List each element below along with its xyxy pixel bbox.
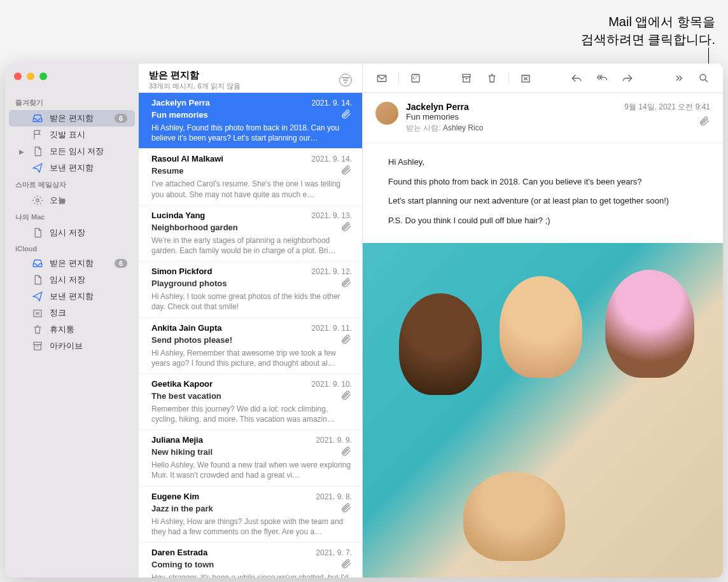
- reply-button[interactable]: [565, 69, 588, 87]
- sidebar-item-label: 보낸 편지함: [50, 162, 127, 174]
- message-sender: Eugene Kim: [151, 492, 199, 501]
- svg-rect-3: [34, 345, 41, 350]
- inbox-icon: [32, 113, 43, 124]
- attachment-icon: [340, 164, 352, 177]
- attachment-icon: [340, 277, 352, 290]
- sidebar-item-label: 임시 저장: [50, 227, 127, 239]
- svg-line-15: [705, 80, 708, 82]
- message-list-header: 받은 편지함 33개의 메시지, 6개 읽지 않음: [139, 64, 362, 93]
- sender-name: Jackelyn Perra: [406, 102, 617, 112]
- attachment-icon: [340, 445, 352, 459]
- search-button[interactable]: [692, 69, 715, 87]
- compose-button[interactable]: [404, 69, 427, 87]
- sidebar-section-header: iCloud: [5, 241, 139, 255]
- body-paragraph: Let's start planning our next adventure …: [388, 193, 697, 209]
- sent-icon: [32, 162, 43, 174]
- sidebar-item[interactable]: 오늘: [9, 192, 135, 209]
- sidebar-item[interactable]: 깃발 표시: [9, 127, 135, 143]
- message-item[interactable]: Daren Estrada2021. 9. 7.Coming to townHe…: [139, 543, 362, 578]
- sidebar-item[interactable]: 받은 편지함6: [9, 110, 135, 127]
- message-preview: Hello Ashley, We found a new trail when …: [151, 460, 352, 480]
- message-item[interactable]: Rasoul Al Malkawi2021. 9. 14.ResumeI've …: [139, 149, 362, 205]
- minimize-button[interactable]: [27, 73, 34, 80]
- message-item[interactable]: Ankita Jain Gupta2021. 9. 11.Send photos…: [139, 318, 362, 374]
- sender-avatar[interactable]: [375, 102, 398, 125]
- sidebar-item[interactable]: 보낸 편지함: [9, 288, 135, 305]
- attachment-icon[interactable]: [624, 115, 710, 128]
- filter-button[interactable]: [339, 74, 352, 87]
- sidebar-item-label: 휴지통: [50, 324, 127, 335]
- message-date: 2021. 9. 7.: [316, 548, 352, 557]
- message-date: 2021. 9. 9.: [316, 436, 352, 445]
- message-subject: Coming to town: [151, 560, 214, 569]
- message-item[interactable]: Eugene Kim2021. 9. 8.Jazz in the parkHi …: [139, 487, 362, 543]
- message-subject: Send photos please!: [151, 335, 232, 345]
- sidebar: 즐겨찾기받은 편지함6깃발 표시▶모든 임시 저장보낸 편지함스마트 메일상자오…: [5, 64, 139, 578]
- message-item[interactable]: Juliana Mejia2021. 9. 9.New hiking trail…: [139, 430, 362, 486]
- message-preview: Hey, stranger. It's been a while since w…: [151, 572, 352, 578]
- close-button[interactable]: [14, 73, 22, 80]
- sidebar-item-label: 임시 저장: [50, 274, 127, 286]
- message-date: 2021. 9. 8.: [316, 492, 352, 501]
- mark-read-button[interactable]: [370, 69, 393, 87]
- junk-button[interactable]: [514, 69, 537, 87]
- maximize-button[interactable]: [39, 73, 47, 80]
- message-item[interactable]: Jackelyn Perra2021. 9. 14.Fun memoriesHi…: [139, 93, 362, 149]
- message-subject: Resume: [151, 166, 184, 176]
- message-subject: Fun memories: [151, 110, 208, 120]
- message-item[interactable]: Geetika Kapoor2021. 9. 10.The best vacat…: [139, 374, 362, 430]
- sidebar-item-label: 모든 임시 저장: [50, 146, 127, 157]
- doc-icon: [32, 227, 43, 239]
- sidebar-item[interactable]: 정크: [9, 305, 135, 321]
- window-titlebar: [5, 64, 47, 89]
- message-header: Jackelyn Perra Fun memories 받는 사람: Ashle…: [363, 93, 723, 143]
- sidebar-section-header: 즐겨찾기: [5, 94, 139, 110]
- message-preview: I've attached Carol's resume. She's the …: [151, 179, 352, 199]
- sidebar-item[interactable]: 받은 편지함6: [9, 255, 135, 272]
- inbox-icon: [32, 258, 43, 269]
- archive-button[interactable]: [455, 69, 478, 87]
- message-subject: Neighborhood garden: [151, 223, 238, 232]
- message-list[interactable]: Jackelyn Perra2021. 9. 14.Fun memoriesHi…: [139, 93, 362, 578]
- message-sender: Simon Pickford: [151, 267, 212, 276]
- message-item[interactable]: Simon Pickford2021. 9. 12.Playground pho…: [139, 261, 362, 317]
- message-sender: Geetika Kapoor: [151, 379, 213, 389]
- message-subject: Fun memories: [406, 112, 617, 121]
- sidebar-item[interactable]: 임시 저장: [9, 272, 135, 288]
- more-button[interactable]: [667, 69, 690, 87]
- message-subject: The best vacation: [151, 391, 221, 401]
- svg-rect-8: [377, 75, 386, 81]
- message-sender: Jackelyn Perra: [151, 98, 210, 107]
- message-date: 2021. 9. 14.: [312, 99, 352, 107]
- message-date: 2021. 9. 10.: [312, 380, 352, 389]
- message-item[interactable]: Lucinda Yang2021. 9. 13.Neighborhood gar…: [139, 205, 362, 261]
- mail-window: 즐겨찾기받은 편지함6깃발 표시▶모든 임시 저장보낸 편지함스마트 메일상자오…: [5, 64, 723, 578]
- sidebar-item[interactable]: 보낸 편지함: [9, 160, 135, 176]
- attachment-icon: [340, 558, 352, 571]
- sidebar-item[interactable]: 아카이브: [9, 338, 135, 354]
- mailbox-title: 받은 편지함: [149, 69, 241, 81]
- delete-button[interactable]: [480, 69, 503, 87]
- sidebar-item[interactable]: 휴지통: [9, 321, 135, 338]
- sidebar-item[interactable]: 임시 저장: [9, 225, 135, 241]
- trash-icon: [32, 324, 43, 335]
- attachment-icon: [340, 389, 352, 403]
- attachment-image[interactable]: [363, 243, 723, 578]
- message-date: 2021. 9. 14.: [312, 155, 352, 163]
- sidebar-item[interactable]: ▶모든 임시 저장: [9, 143, 135, 160]
- sidebar-item-label: 받은 편지함: [50, 113, 108, 124]
- reader-pane: Jackelyn Perra Fun memories 받는 사람: Ashle…: [363, 64, 723, 578]
- message-preview: Hi Ashley, Remember that awesome trip we…: [151, 348, 352, 368]
- sidebar-item-label: 오늘: [50, 195, 127, 206]
- reply-all-button[interactable]: [591, 69, 613, 87]
- sidebar-section-header: 스마트 메일상자: [5, 176, 139, 192]
- junk-icon: [32, 307, 43, 319]
- doc-icon: [32, 146, 43, 157]
- message-sender: Lucinda Yang: [151, 211, 205, 220]
- message-body: Hi Ashley,Found this photo from back in …: [363, 143, 723, 243]
- forward-button[interactable]: [616, 69, 639, 87]
- sidebar-item-label: 깃발 표시: [50, 129, 127, 141]
- message-preview: We're in the early stages of planning a …: [151, 235, 352, 256]
- chevron-right-icon: ▶: [19, 148, 25, 155]
- archive-icon: [32, 340, 43, 352]
